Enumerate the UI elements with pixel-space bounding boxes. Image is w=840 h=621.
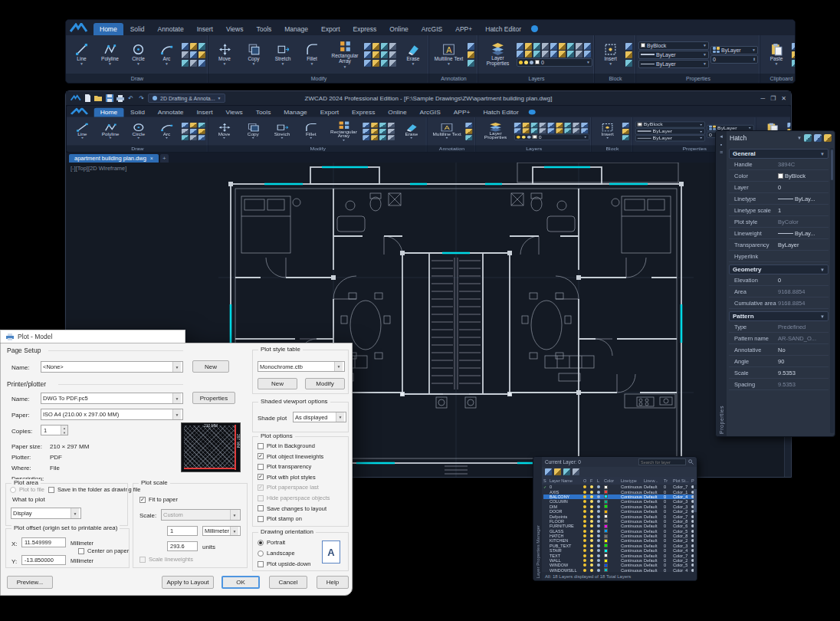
tool-icon[interactable] xyxy=(792,43,796,50)
layer-row[interactable]: FLOORContinuousDefault0Color_8 xyxy=(543,519,697,524)
layer-plot-style[interactable]: Color_8 xyxy=(673,519,691,524)
layer-plot-style[interactable]: Color_7 xyxy=(673,554,691,558)
column-header[interactable]: L xyxy=(597,478,604,483)
tool-icon[interactable] xyxy=(548,128,555,133)
linetype-dropdown[interactable]: ByLayer ▼ xyxy=(635,135,705,141)
layer-transparency[interactable]: 0 xyxy=(664,558,673,563)
plot-option-plot-transparency[interactable]: Plot transparency xyxy=(258,463,311,470)
tool-icon[interactable] xyxy=(199,135,205,140)
layer-linetype[interactable]: Continuous xyxy=(621,524,644,528)
tool-icon[interactable] xyxy=(525,43,532,50)
tool-icon[interactable] xyxy=(567,43,574,50)
transparency-spinner[interactable]: 0 ⬍ xyxy=(710,55,758,64)
property-value[interactable]: ByLay... xyxy=(778,196,829,202)
tool-icon[interactable] xyxy=(190,43,197,50)
layer-lineweight[interactable]: Default xyxy=(644,568,664,572)
group-label[interactable]: Draw xyxy=(67,146,208,153)
tool-icon[interactable] xyxy=(182,123,189,128)
line-button[interactable]: Line▼ xyxy=(69,118,96,144)
layer-linetype[interactable]: Continuous xyxy=(621,499,644,504)
layer-freeze-cell[interactable] xyxy=(590,534,597,537)
layer-on-cell[interactable] xyxy=(583,539,590,542)
section-header-general[interactable]: General▼ xyxy=(729,149,829,159)
layer-on-cell[interactable] xyxy=(583,520,590,523)
layer-lineweight[interactable]: Default xyxy=(644,509,664,514)
layer-transparency[interactable]: 0 xyxy=(664,499,673,504)
tool-icon[interactable] xyxy=(622,129,629,134)
tool-icon[interactable] xyxy=(523,128,530,133)
layer-lock-cell[interactable] xyxy=(597,539,604,542)
arc-button[interactable]: Arc▼ xyxy=(153,118,180,144)
property-value[interactable]: No xyxy=(778,347,829,353)
layer-transparency[interactable]: 0 xyxy=(664,495,673,499)
arc-button[interactable]: Arc▼ xyxy=(153,37,180,72)
document-tab[interactable]: apartment building plan.dwg × xyxy=(69,154,159,163)
layer-transparency[interactable]: 0 xyxy=(664,544,673,548)
tool-icon[interactable] xyxy=(388,135,395,140)
ribbon-tab-views[interactable]: Views xyxy=(220,23,250,35)
multiline-text-button[interactable]: A Multiline Text▼ xyxy=(430,118,464,144)
plot-style-dropdown[interactable]: Monochrome.ctb▼ xyxy=(258,361,345,372)
tool-icon[interactable] xyxy=(540,128,546,133)
tool-icon[interactable] xyxy=(199,129,205,134)
tool-icon[interactable] xyxy=(548,123,555,128)
tool-icon[interactable] xyxy=(787,123,791,128)
erase-button[interactable]: Erase▼ xyxy=(399,37,427,72)
quick-select-icon[interactable] xyxy=(824,134,832,142)
layer-on-cell[interactable] xyxy=(583,524,590,527)
property-value[interactable]: AR-SAND_O... xyxy=(778,335,829,342)
tool-icon[interactable] xyxy=(517,51,523,58)
center-on-paper-checkbox[interactable]: Center on paper xyxy=(78,547,129,554)
ribbon-tab-insert[interactable]: Insert xyxy=(191,23,219,35)
layer-linetype[interactable]: Continuous xyxy=(621,529,644,534)
column-header[interactable]: Color xyxy=(604,478,621,483)
plot-upside-down-checkbox[interactable]: Plot upside-down xyxy=(258,560,311,567)
layer-lineweight[interactable]: Default xyxy=(644,538,664,543)
layer-color-cell[interactable] xyxy=(604,514,621,518)
tool-icon[interactable] xyxy=(622,123,629,128)
ribbon-tab-tools[interactable]: Tools xyxy=(250,108,277,117)
delete-layer-icon[interactable] xyxy=(554,468,561,475)
layer-transparency[interactable]: 0 xyxy=(664,563,673,567)
tool-icon[interactable] xyxy=(372,60,379,67)
layer-linetype[interactable]: Continuous xyxy=(621,485,644,489)
layer-row[interactable]: DIMContinuousDefault0Color_3 xyxy=(543,504,697,509)
tool-icon[interactable] xyxy=(514,123,521,128)
tool-icon[interactable] xyxy=(576,51,582,58)
rectangular-array-button[interactable]: Rectangular Array▼ xyxy=(326,118,362,144)
scale-denominator-input[interactable]: 293.6 xyxy=(167,541,198,551)
layer-color-cell[interactable] xyxy=(604,549,621,553)
layer-lineweight[interactable]: Default xyxy=(644,529,664,534)
layer-linetype[interactable]: Continuous xyxy=(621,504,644,509)
stretch-button[interactable]: Stretch▼ xyxy=(269,37,297,72)
layer-states-icon[interactable] xyxy=(573,468,579,475)
layer-dropdown[interactable]: 0 ▼ xyxy=(514,133,589,140)
property-value[interactable]: 9168.8854 xyxy=(778,288,829,295)
layer-freeze-cell[interactable] xyxy=(590,524,597,527)
property-value[interactable]: ByLayer xyxy=(778,242,829,248)
layer-row[interactable]: TEXTContinuousDefault0Color_7 xyxy=(543,553,697,557)
paste-button[interactable]: Paste▼ xyxy=(763,37,790,72)
layer-linetype[interactable]: Continuous xyxy=(621,495,644,499)
layer-row[interactable]: WALLContinuousDefault0Color_2 xyxy=(543,558,697,563)
tool-icon[interactable] xyxy=(556,128,563,133)
tool-icon[interactable] xyxy=(584,51,591,58)
ribbon-tab-home[interactable]: Home xyxy=(94,23,123,35)
layer-freeze-cell[interactable] xyxy=(590,539,597,542)
group-label[interactable]: Annotation xyxy=(429,74,478,83)
tool-icon[interactable] xyxy=(363,123,369,128)
move-button[interactable]: Move▼ xyxy=(211,118,238,144)
ribbon-minimize-icon[interactable] xyxy=(529,110,536,115)
portrait-radio[interactable]: Portrait xyxy=(258,539,285,546)
layer-properties-button[interactable]: Layer Properties xyxy=(481,37,515,72)
tool-icon[interactable] xyxy=(190,51,197,58)
ribbon-tab-manage[interactable]: Manage xyxy=(277,108,313,117)
layer-row[interactable]: COLUMNContinuousDefault0Color_3 xyxy=(543,499,697,504)
ribbon-tab-home[interactable]: Home xyxy=(94,108,123,117)
layer-linetype[interactable]: Continuous xyxy=(621,519,644,524)
tool-icon[interactable] xyxy=(466,135,473,140)
tool-icon[interactable] xyxy=(182,43,189,50)
layer-lock-cell[interactable] xyxy=(597,569,604,572)
tool-icon[interactable] xyxy=(379,123,386,128)
group-label[interactable]: Layers xyxy=(478,74,595,83)
